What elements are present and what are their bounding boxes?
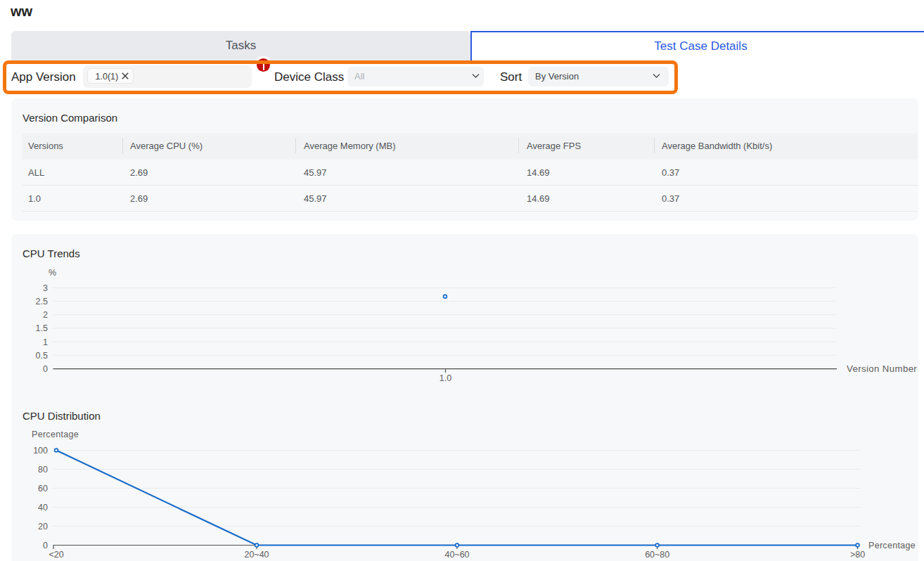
svg-text:<20: <20 bbox=[49, 550, 63, 560]
svg-text:2: 2 bbox=[43, 310, 48, 320]
svg-text:Version Number: Version Number bbox=[847, 363, 917, 374]
svg-text:40: 40 bbox=[38, 503, 48, 512]
svg-text:Percentage: Percentage bbox=[32, 430, 79, 439]
svg-text:0.5: 0.5 bbox=[36, 351, 48, 361]
svg-text:>80: >80 bbox=[850, 550, 865, 560]
svg-text:%: % bbox=[49, 268, 56, 278]
svg-text:20~40: 20~40 bbox=[244, 550, 269, 560]
svg-text:100: 100 bbox=[33, 446, 48, 456]
svg-text:0: 0 bbox=[43, 541, 48, 550]
svg-text:60: 60 bbox=[38, 484, 48, 494]
svg-text:0: 0 bbox=[43, 364, 48, 374]
svg-text:80: 80 bbox=[38, 465, 48, 475]
svg-text:1.5: 1.5 bbox=[36, 323, 48, 333]
svg-text:Percentage: Percentage bbox=[868, 541, 916, 550]
svg-text:2.5: 2.5 bbox=[36, 297, 48, 307]
svg-text:1: 1 bbox=[43, 337, 48, 347]
svg-text:3: 3 bbox=[43, 283, 48, 293]
svg-text:60~80: 60~80 bbox=[645, 550, 669, 560]
svg-text:20: 20 bbox=[38, 522, 48, 531]
svg-text:40~60: 40~60 bbox=[444, 550, 469, 560]
svg-text:1.0: 1.0 bbox=[439, 373, 451, 383]
